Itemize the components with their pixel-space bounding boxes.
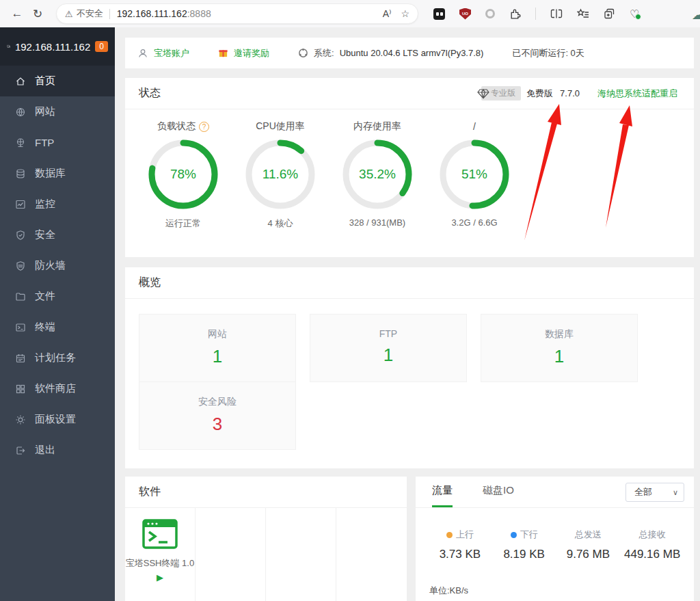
stat-label: 上行 bbox=[456, 529, 474, 541]
not-secure-label[interactable]: 不安全 bbox=[77, 8, 103, 20]
upstream-dot-icon bbox=[446, 532, 453, 538]
browser-essentials-icon[interactable]: ♡ bbox=[630, 8, 639, 21]
filter-value: 全部 bbox=[634, 486, 652, 498]
stat-downstream: 下行 8.19 KB bbox=[492, 529, 556, 561]
sidebar-server-header[interactable]: 192.168.111.162 0 bbox=[0, 27, 115, 66]
gauge-caption: 328 / 931(MB) bbox=[329, 217, 426, 228]
stat-value: 3.73 KB bbox=[428, 548, 492, 561]
sidebar-item-label: 软件商店 bbox=[35, 382, 76, 395]
address-bar[interactable]: ⚠ 不安全 192.168.111.162 :8888 A⁾ ☆ bbox=[56, 3, 418, 24]
sidebar-item-database[interactable]: 数据库 bbox=[0, 158, 115, 189]
stat-value: 449.16 MB bbox=[620, 548, 684, 561]
sidebar-item-terminal[interactable]: 终端 bbox=[0, 312, 115, 343]
sidebar-item-label: 数据库 bbox=[35, 167, 66, 180]
software-panel: 软件 宝塔SSH终端 1.0 ▶ bbox=[125, 477, 407, 601]
sidebar-item-security[interactable]: 安全 bbox=[0, 219, 115, 250]
sidebar-item-website[interactable]: 网站 bbox=[0, 96, 115, 127]
card-value: 1 bbox=[481, 346, 637, 367]
unit-label: 单位:KB/s bbox=[429, 585, 468, 597]
gauge-load[interactable]: 负载状态 ? 78% 运行正常 bbox=[135, 118, 232, 230]
url-host[interactable]: 192.168.111.162 bbox=[117, 8, 187, 19]
overview-card-database[interactable]: 数据库 1 bbox=[481, 314, 638, 382]
stat-label: 总接收 bbox=[639, 529, 666, 541]
overview-card-security-risk[interactable]: 安全风险 3 bbox=[139, 382, 296, 450]
system-label: 系统: bbox=[314, 47, 334, 59]
extensions-puzzle-icon[interactable] bbox=[509, 8, 521, 20]
sidebar-item-firewall[interactable]: 防火墙 bbox=[0, 250, 115, 281]
software-item-name: 宝塔SSH终端 1.0 bbox=[125, 557, 195, 570]
ublock-extension-icon[interactable]: UO bbox=[459, 8, 471, 20]
traffic-panel: 流量 磁盘IO 全部 ∨ 上行 3.73 KB 下行 8.19 KB bbox=[416, 477, 694, 601]
sidebar-item-ftp[interactable]: FTP bbox=[0, 127, 115, 158]
stat-value: 8.19 KB bbox=[492, 548, 556, 561]
collections-icon[interactable] bbox=[604, 8, 615, 19]
stat-value: 9.76 MB bbox=[556, 548, 621, 561]
favorite-star-icon[interactable]: ☆ bbox=[401, 8, 409, 19]
browser-toolbar: ← ↻ ⚠ 不安全 192.168.111.162 :8888 A⁾ ☆ UO … bbox=[0, 0, 700, 27]
gauge-title: 内存使用率 bbox=[353, 120, 401, 133]
gift-icon bbox=[218, 48, 228, 58]
pro-version-badge[interactable]: 专业版 bbox=[481, 86, 521, 101]
software-empty-cell bbox=[266, 508, 336, 601]
tab-disk-io[interactable]: 磁盘IO bbox=[483, 484, 514, 507]
tab-traffic[interactable]: 流量 bbox=[432, 484, 453, 507]
sidebar-item-label: 监控 bbox=[35, 198, 55, 211]
sidebar-item-label: 终端 bbox=[35, 321, 55, 334]
favorites-bar-icon[interactable] bbox=[577, 8, 589, 19]
overview-card-website[interactable]: 网站 1 bbox=[139, 314, 296, 382]
sidebar-item-label: 安全 bbox=[35, 228, 55, 241]
help-icon[interactable]: ? bbox=[199, 122, 209, 132]
gauge-memory[interactable]: 内存使用率 35.2% 328 / 931(MB) bbox=[329, 118, 426, 230]
split-screen-icon[interactable] bbox=[550, 8, 563, 19]
sidebar-item-label: 网站 bbox=[35, 105, 55, 118]
sidebar-item-files[interactable]: 文件 bbox=[0, 281, 115, 312]
monitor-chart-icon bbox=[15, 199, 26, 210]
hinas-adapt-link[interactable]: 海纳思系统适配 bbox=[597, 88, 660, 100]
server-monitor-icon bbox=[7, 40, 10, 53]
sidebar-item-cron[interactable]: 计划任务 bbox=[0, 343, 115, 373]
ubuntu-icon bbox=[298, 48, 308, 58]
gauge-title: 负载状态 bbox=[157, 120, 196, 133]
extension-ring-icon[interactable] bbox=[485, 9, 495, 18]
panel-version: 7.7.0 bbox=[560, 88, 580, 98]
ftp-icon bbox=[15, 137, 26, 148]
message-count-badge[interactable]: 0 bbox=[95, 41, 108, 52]
traffic-filter-select[interactable]: 全部 ∨ bbox=[625, 483, 684, 502]
sidebar-item-appstore[interactable]: 软件商店 bbox=[0, 373, 115, 404]
stat-total-sent: 总发送 9.76 MB bbox=[556, 529, 621, 561]
sidebar-item-label: FTP bbox=[35, 137, 54, 148]
stat-upstream: 上行 3.73 KB bbox=[428, 529, 492, 561]
bt-account-link[interactable]: 宝塔账户 bbox=[154, 47, 189, 59]
overview-card-ftp[interactable]: FTP 1 bbox=[310, 314, 467, 382]
overview-panel: 概览 网站 1 安全风险 3 FTP 1 bbox=[125, 267, 694, 468]
back-icon[interactable]: ← bbox=[7, 7, 27, 21]
invite-reward-link[interactable]: 邀请奖励 bbox=[234, 47, 269, 59]
diamond-icon bbox=[477, 88, 489, 99]
gauge-value: 11.6% bbox=[243, 167, 318, 182]
restart-link[interactable]: 重启 bbox=[660, 88, 677, 100]
gauge-caption: 3.2G / 6.6G bbox=[426, 217, 523, 228]
sidebar-item-logout[interactable]: 退出 bbox=[0, 435, 115, 466]
sidebar-item-monitor[interactable]: 监控 bbox=[0, 189, 115, 219]
play-icon[interactable]: ▶ bbox=[125, 572, 195, 583]
refresh-icon[interactable]: ↻ bbox=[27, 7, 48, 21]
extension-dark-icon[interactable] bbox=[433, 8, 445, 20]
card-value: 3 bbox=[139, 414, 295, 435]
software-empty-cell bbox=[196, 508, 266, 601]
read-aloud-icon[interactable]: A⁾ bbox=[383, 8, 392, 19]
database-icon bbox=[15, 168, 26, 179]
logout-icon bbox=[15, 445, 26, 456]
gauge-disk-root[interactable]: / 51% 3.2G / 6.6G bbox=[426, 118, 523, 230]
stat-total-received: 总接收 449.16 MB bbox=[620, 529, 684, 561]
main-content: 宝塔账户 邀请奖励 系统: Ubuntu 20.04.6 LTS armv7l(… bbox=[115, 27, 700, 601]
ssh-terminal-app-icon bbox=[142, 519, 178, 549]
gauge-cpu[interactable]: CPU使用率 11.6% 4 核心 bbox=[232, 118, 329, 230]
sidebar-item-home[interactable]: 首页 bbox=[0, 66, 115, 96]
url-port: :8888 bbox=[187, 8, 211, 19]
sidebar-item-settings[interactable]: 面板设置 bbox=[0, 404, 115, 435]
sidebar: 192.168.111.162 0 首页 网站 FTP 数据库 监控 安全 bbox=[0, 27, 115, 601]
cloud-sync-icon[interactable]: ☁ bbox=[692, 7, 700, 23]
sidebar-item-label: 防火墙 bbox=[35, 259, 66, 272]
software-title: 软件 bbox=[139, 485, 161, 499]
software-item-ssh-terminal[interactable]: 宝塔SSH终端 1.0 ▶ bbox=[125, 508, 196, 601]
